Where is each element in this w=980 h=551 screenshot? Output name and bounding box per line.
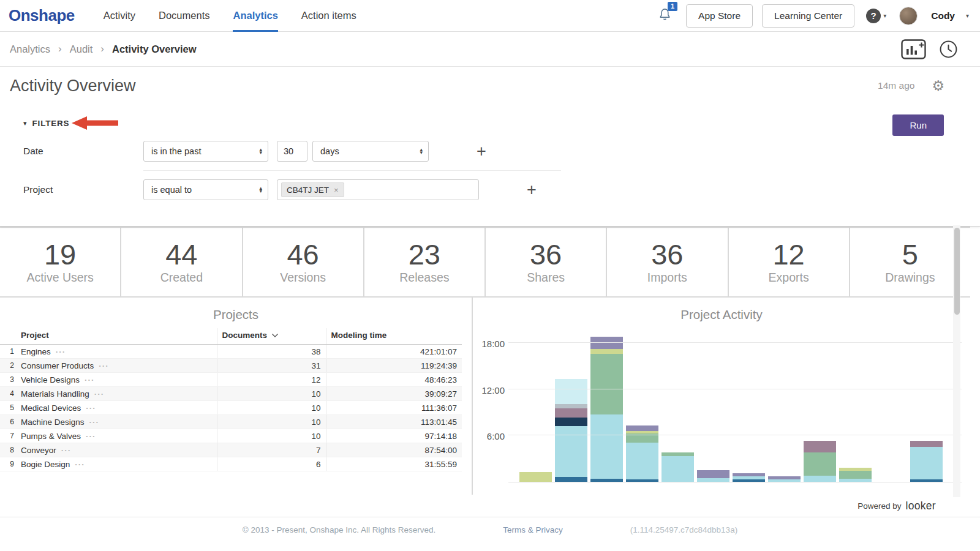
nav-item-analytics[interactable]: Analytics	[233, 0, 277, 32]
chart-bar-segment	[804, 452, 836, 476]
row-menu-dots-icon[interactable]: ···	[86, 432, 96, 441]
chart-bar[interactable]	[626, 425, 658, 482]
history-clock-icon[interactable]	[939, 40, 958, 59]
help-icon: ?	[866, 9, 881, 23]
chart-bar-segment	[804, 476, 836, 482]
row-menu-dots-icon[interactable]: ···	[94, 389, 105, 399]
nav-item-action-items[interactable]: Action items	[301, 0, 356, 32]
project-operator-select[interactable]: is equal to ▴▾	[143, 179, 268, 200]
help-menu[interactable]: ? ▾	[866, 9, 886, 23]
select-updown-icon: ▴▾	[420, 148, 423, 155]
chart-bar[interactable]	[662, 452, 694, 482]
app-store-button[interactable]: App Store	[686, 4, 753, 28]
stat-versions[interactable]: 46Versions	[243, 228, 363, 296]
dashboard-panels: Projects Project Documents Modeling time…	[0, 298, 970, 495]
table-row[interactable]: 5Medical Devices···10111:36:07	[0, 401, 462, 415]
table-row[interactable]: 6Machine Designs···10113:01:45	[0, 415, 462, 429]
notifications-bell-icon[interactable]: 1	[658, 7, 672, 24]
row-menu-dots-icon[interactable]: ···	[61, 446, 72, 455]
project-tag-input[interactable]: CB4TJ JET ×	[277, 179, 479, 200]
looker-logo[interactable]: looker	[906, 500, 936, 512]
top-nav: Onshape Activity Documents Analytics Act…	[0, 0, 980, 32]
chart-gridline	[508, 342, 962, 343]
table-row[interactable]: 8Conveyor···787:54:00	[0, 443, 462, 457]
page-title: Activity Overview	[10, 77, 136, 96]
chevron-right-icon: ›	[100, 43, 104, 55]
breadcrumb-audit[interactable]: Audit	[70, 43, 93, 55]
gear-icon[interactable]: ⚙	[932, 79, 944, 93]
chart-bar-segment	[555, 408, 587, 418]
add-dashboard-icon[interactable]	[901, 39, 927, 60]
nav-item-activity[interactable]: Activity	[104, 0, 135, 32]
add-date-filter-plus-icon[interactable]: +	[477, 143, 486, 160]
table-row[interactable]: 3Vehicle Designs···1248:46:23	[0, 373, 462, 387]
stat-shares[interactable]: 36Shares	[486, 228, 606, 296]
row-menu-dots-icon[interactable]: ···	[56, 347, 66, 356]
terms-privacy-link[interactable]: Terms & Privacy	[503, 525, 563, 534]
table-row[interactable]: 9Bogie Design···631:55:59	[0, 457, 462, 471]
stat-drawings[interactable]: 5Drawings	[850, 228, 970, 296]
scrollbar-thumb[interactable]	[954, 228, 960, 315]
breadcrumb-actions	[901, 39, 958, 60]
remove-tag-close-icon[interactable]: ×	[334, 186, 339, 195]
chart-bar[interactable]	[804, 441, 836, 482]
caret-down-icon: ▾	[23, 119, 27, 127]
date-value-input[interactable]	[277, 141, 307, 162]
table-row[interactable]: 4Materials Handling···1039:09:27	[0, 387, 462, 401]
date-operator-value: is in the past	[151, 146, 201, 156]
sort-chevron-down-icon	[271, 333, 279, 338]
stat-imports[interactable]: 36Imports	[607, 228, 727, 296]
chart-bar[interactable]	[519, 472, 552, 482]
chart-bar[interactable]	[768, 476, 801, 482]
chart-bar-segment	[626, 425, 658, 431]
table-row[interactable]: 2Consumer Products···31119:24:39	[0, 359, 462, 373]
project-name: Conveyor	[21, 446, 56, 455]
filter-label-date: Date	[23, 146, 143, 157]
chart-bar[interactable]	[697, 470, 729, 482]
table-row[interactable]: 1Engines···38421:01:07	[0, 345, 462, 359]
projects-table: Project Documents Modeling time 1Engines…	[0, 328, 462, 471]
stat-active-users[interactable]: 19Active Users	[0, 228, 120, 296]
filters-toggle[interactable]: ▾ FILTERS	[23, 114, 980, 132]
chart-bar-segment	[910, 479, 943, 482]
select-updown-icon: ▴▾	[259, 148, 262, 155]
chart-bar[interactable]	[555, 379, 587, 482]
nav-item-documents[interactable]: Documents	[159, 0, 209, 32]
chart-bar[interactable]	[590, 337, 623, 482]
date-unit-select[interactable]: days ▴▾	[312, 141, 429, 162]
chart-gridline	[508, 435, 962, 435]
chart-bar-segment	[839, 479, 872, 482]
onshape-logo[interactable]: Onshape	[9, 6, 75, 25]
stat-exports[interactable]: 12Exports	[729, 228, 849, 296]
project-name: Materials Handling	[21, 389, 89, 399]
stat-releases[interactable]: 23Releases	[364, 228, 484, 296]
project-activity-panel: Project Activity 6:0012:0018:00	[473, 298, 970, 495]
powered-by: Powered by looker	[0, 495, 970, 517]
chart-plot	[508, 326, 962, 482]
add-project-filter-plus-icon[interactable]: +	[527, 182, 537, 198]
row-menu-dots-icon[interactable]: ···	[89, 418, 100, 427]
row-menu-dots-icon[interactable]: ···	[85, 375, 95, 384]
row-menu-dots-icon[interactable]: ···	[75, 460, 85, 469]
avatar[interactable]	[899, 7, 918, 25]
user-menu-chevron-down-icon[interactable]: ▾	[966, 12, 969, 19]
chart-bar[interactable]	[910, 441, 943, 482]
user-name[interactable]: Cody	[931, 10, 955, 21]
breadcrumb-bar: Analytics › Audit › Activity Overview	[0, 32, 980, 67]
breadcrumb-analytics[interactable]: Analytics	[10, 43, 50, 55]
learning-center-button[interactable]: Learning Center	[762, 4, 854, 28]
date-operator-select[interactable]: is in the past ▴▾	[143, 141, 268, 162]
column-header-modeling-time[interactable]: Modeling time	[326, 328, 462, 345]
chart-bar[interactable]	[733, 473, 765, 482]
column-header-documents[interactable]: Documents	[217, 328, 326, 345]
project-name: Machine Designs	[21, 418, 85, 427]
stat-created[interactable]: 44Created	[121, 228, 241, 296]
chart-bar-segment	[626, 443, 658, 479]
chart-bar[interactable]	[839, 468, 872, 482]
row-menu-dots-icon[interactable]: ···	[86, 403, 96, 413]
table-row[interactable]: 7Pumps & Valves···1097:14:18	[0, 429, 462, 443]
run-button[interactable]: Run	[892, 114, 944, 136]
title-bar: Activity Overview 14m ago ⚙	[0, 67, 980, 105]
projects-panel: Projects Project Documents Modeling time…	[0, 298, 472, 495]
row-menu-dots-icon[interactable]: ···	[99, 361, 109, 370]
